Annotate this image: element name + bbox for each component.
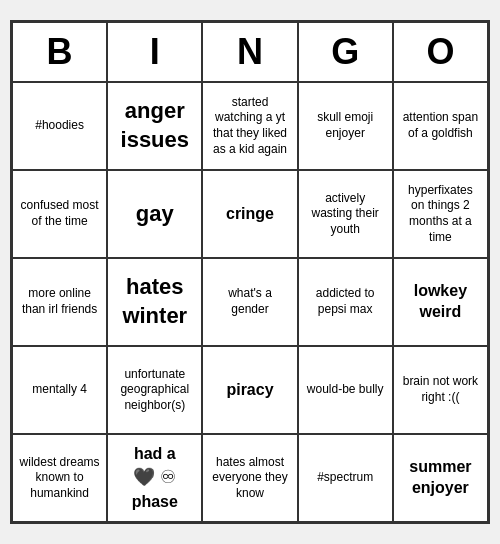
bingo-cell: had a🖤 ♾phase	[107, 434, 202, 522]
bingo-cell: hyperfixates on things 2 months at a tim…	[393, 170, 488, 258]
bingo-card: BINGO #hoodiesanger issuesstarted watchi…	[10, 20, 490, 524]
bingo-cell: summer enjoyer	[393, 434, 488, 522]
bingo-cell: gay	[107, 170, 202, 258]
bingo-cell: cringe	[202, 170, 297, 258]
bingo-cell: #spectrum	[298, 434, 393, 522]
bingo-cell: skull emoji enjoyer	[298, 82, 393, 170]
bingo-cell: addicted to pepsi max	[298, 258, 393, 346]
bingo-cell: anger issues	[107, 82, 202, 170]
bingo-cell: piracy	[202, 346, 297, 434]
bingo-grid: #hoodiesanger issuesstarted watching a y…	[12, 82, 488, 522]
bingo-cell: unfortunate geographical neighbor(s)	[107, 346, 202, 434]
bingo-cell: what's a gender	[202, 258, 297, 346]
bingo-cell: started watching a yt that they liked as…	[202, 82, 297, 170]
bingo-cell: actively wasting their youth	[298, 170, 393, 258]
bingo-cell: brain not work right :((	[393, 346, 488, 434]
bingo-cell: mentally 4	[12, 346, 107, 434]
header-letter: G	[298, 22, 393, 82]
bingo-cell: more online than irl friends	[12, 258, 107, 346]
bingo-header: BINGO	[12, 22, 488, 82]
bingo-cell: lowkey weird	[393, 258, 488, 346]
header-letter: I	[107, 22, 202, 82]
cell-content: had a🖤 ♾phase	[132, 444, 178, 513]
bingo-cell: hates almost everyone they know	[202, 434, 297, 522]
header-letter: N	[202, 22, 297, 82]
bingo-cell: wildest dreams known to humankind	[12, 434, 107, 522]
bingo-cell: hates winter	[107, 258, 202, 346]
header-letter: B	[12, 22, 107, 82]
bingo-cell: attention span of a goldfish	[393, 82, 488, 170]
cell-icons: 🖤 ♾	[133, 466, 176, 489]
bingo-cell: confused most of the time	[12, 170, 107, 258]
cell-had-label: had a	[134, 444, 176, 465]
bingo-cell: #hoodies	[12, 82, 107, 170]
cell-label: phase	[132, 492, 178, 513]
header-letter: O	[393, 22, 488, 82]
bingo-cell: would-be bully	[298, 346, 393, 434]
